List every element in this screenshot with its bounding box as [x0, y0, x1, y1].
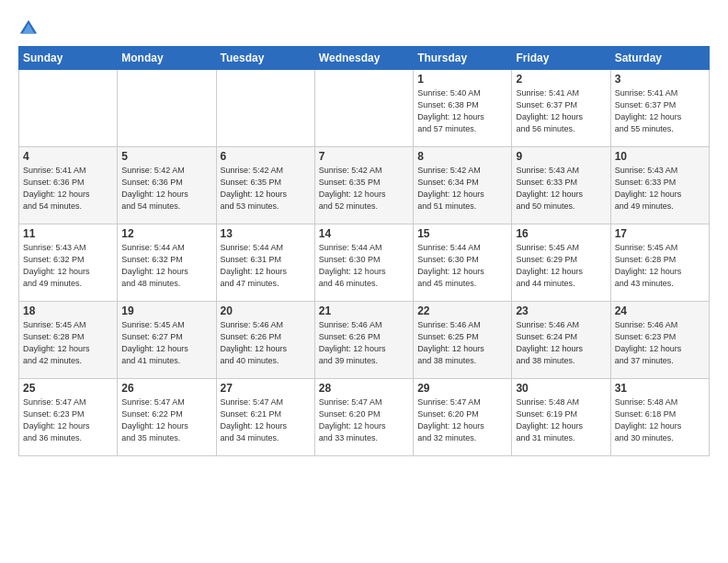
- day-info: Sunrise: 5:47 AM Sunset: 6:20 PM Dayligh…: [319, 396, 409, 444]
- calendar-header-saturday: Saturday: [610, 47, 709, 70]
- calendar-cell: [118, 70, 216, 147]
- calendar-week-row: 18Sunrise: 5:45 AM Sunset: 6:28 PM Dayli…: [19, 302, 710, 379]
- day-number: 28: [319, 382, 409, 395]
- calendar-cell: 16Sunrise: 5:45 AM Sunset: 6:29 PM Dayli…: [512, 224, 610, 302]
- day-info: Sunrise: 5:48 AM Sunset: 6:18 PM Dayligh…: [615, 396, 705, 444]
- calendar-cell: 19Sunrise: 5:45 AM Sunset: 6:27 PM Dayli…: [118, 302, 216, 379]
- day-number: 8: [417, 150, 507, 163]
- day-number: 14: [319, 227, 409, 240]
- calendar-cell: 14Sunrise: 5:44 AM Sunset: 6:30 PM Dayli…: [314, 224, 413, 302]
- day-info: Sunrise: 5:45 AM Sunset: 6:27 PM Dayligh…: [121, 319, 211, 367]
- calendar-cell: [19, 70, 118, 147]
- calendar-cell: 22Sunrise: 5:46 AM Sunset: 6:25 PM Dayli…: [414, 302, 512, 379]
- day-number: 19: [121, 304, 211, 317]
- day-info: Sunrise: 5:48 AM Sunset: 6:19 PM Dayligh…: [516, 396, 606, 444]
- day-info: Sunrise: 5:40 AM Sunset: 6:38 PM Dayligh…: [417, 87, 507, 135]
- day-number: 7: [319, 150, 409, 163]
- calendar-cell: 29Sunrise: 5:47 AM Sunset: 6:20 PM Dayli…: [414, 379, 512, 456]
- calendar-cell: 31Sunrise: 5:48 AM Sunset: 6:18 PM Dayli…: [610, 379, 709, 456]
- day-number: 2: [516, 73, 606, 86]
- day-number: 10: [615, 150, 705, 163]
- day-number: 25: [23, 382, 113, 395]
- calendar-cell: 21Sunrise: 5:46 AM Sunset: 6:26 PM Dayli…: [314, 302, 413, 379]
- calendar-cell: 23Sunrise: 5:46 AM Sunset: 6:24 PM Dayli…: [512, 302, 610, 379]
- day-info: Sunrise: 5:45 AM Sunset: 6:29 PM Dayligh…: [516, 242, 606, 290]
- calendar-cell: 4Sunrise: 5:41 AM Sunset: 6:36 PM Daylig…: [19, 147, 118, 224]
- calendar-week-row: 11Sunrise: 5:43 AM Sunset: 6:32 PM Dayli…: [19, 224, 710, 302]
- day-info: Sunrise: 5:47 AM Sunset: 6:22 PM Dayligh…: [121, 396, 211, 444]
- day-info: Sunrise: 5:46 AM Sunset: 6:24 PM Dayligh…: [516, 319, 606, 367]
- day-number: 21: [319, 304, 409, 317]
- calendar-cell: 5Sunrise: 5:42 AM Sunset: 6:36 PM Daylig…: [118, 147, 216, 224]
- logo-icon: [18, 18, 39, 39]
- day-info: Sunrise: 5:42 AM Sunset: 6:35 PM Dayligh…: [221, 165, 311, 213]
- day-number: 12: [121, 227, 211, 240]
- calendar-cell: 9Sunrise: 5:43 AM Sunset: 6:33 PM Daylig…: [512, 147, 610, 224]
- calendar-cell: 24Sunrise: 5:46 AM Sunset: 6:23 PM Dayli…: [610, 302, 709, 379]
- day-info: Sunrise: 5:41 AM Sunset: 6:37 PM Dayligh…: [516, 87, 606, 135]
- calendar-cell: 3Sunrise: 5:41 AM Sunset: 6:37 PM Daylig…: [610, 70, 709, 147]
- day-info: Sunrise: 5:41 AM Sunset: 6:37 PM Dayligh…: [615, 87, 705, 135]
- day-number: 4: [23, 150, 113, 163]
- calendar-cell: 28Sunrise: 5:47 AM Sunset: 6:20 PM Dayli…: [314, 379, 413, 456]
- calendar-cell: 7Sunrise: 5:42 AM Sunset: 6:35 PM Daylig…: [314, 147, 413, 224]
- calendar-header-sunday: Sunday: [19, 47, 118, 70]
- day-info: Sunrise: 5:46 AM Sunset: 6:26 PM Dayligh…: [221, 319, 311, 367]
- calendar-cell: 18Sunrise: 5:45 AM Sunset: 6:28 PM Dayli…: [19, 302, 118, 379]
- day-info: Sunrise: 5:43 AM Sunset: 6:33 PM Dayligh…: [615, 165, 705, 213]
- day-info: Sunrise: 5:43 AM Sunset: 6:32 PM Dayligh…: [23, 242, 113, 290]
- calendar-cell: 2Sunrise: 5:41 AM Sunset: 6:37 PM Daylig…: [512, 70, 610, 147]
- day-info: Sunrise: 5:45 AM Sunset: 6:28 PM Dayligh…: [615, 242, 705, 290]
- day-number: 24: [615, 304, 705, 317]
- calendar: SundayMondayTuesdayWednesdayThursdayFrid…: [18, 46, 710, 456]
- calendar-header-wednesday: Wednesday: [314, 47, 413, 70]
- day-number: 13: [221, 227, 311, 240]
- day-info: Sunrise: 5:44 AM Sunset: 6:31 PM Dayligh…: [221, 242, 311, 290]
- calendar-header-tuesday: Tuesday: [216, 47, 314, 70]
- calendar-cell: 20Sunrise: 5:46 AM Sunset: 6:26 PM Dayli…: [216, 302, 314, 379]
- day-number: 6: [221, 150, 311, 163]
- calendar-cell: 27Sunrise: 5:47 AM Sunset: 6:21 PM Dayli…: [216, 379, 314, 456]
- calendar-cell: 15Sunrise: 5:44 AM Sunset: 6:30 PM Dayli…: [414, 224, 512, 302]
- header: [18, 17, 710, 39]
- day-info: Sunrise: 5:47 AM Sunset: 6:21 PM Dayligh…: [221, 396, 311, 444]
- day-info: Sunrise: 5:47 AM Sunset: 6:23 PM Dayligh…: [23, 396, 113, 444]
- calendar-cell: 6Sunrise: 5:42 AM Sunset: 6:35 PM Daylig…: [216, 147, 314, 224]
- day-number: 22: [417, 304, 507, 317]
- calendar-cell: 13Sunrise: 5:44 AM Sunset: 6:31 PM Dayli…: [216, 224, 314, 302]
- day-number: 18: [23, 304, 113, 317]
- calendar-cell: 25Sunrise: 5:47 AM Sunset: 6:23 PM Dayli…: [19, 379, 118, 456]
- calendar-cell: 12Sunrise: 5:44 AM Sunset: 6:32 PM Dayli…: [118, 224, 216, 302]
- day-number: 31: [615, 382, 705, 395]
- day-info: Sunrise: 5:41 AM Sunset: 6:36 PM Dayligh…: [23, 165, 113, 213]
- calendar-cell: 11Sunrise: 5:43 AM Sunset: 6:32 PM Dayli…: [19, 224, 118, 302]
- day-number: 30: [516, 382, 606, 395]
- calendar-header-thursday: Thursday: [414, 47, 512, 70]
- day-number: 15: [417, 227, 507, 240]
- day-number: 20: [221, 304, 311, 317]
- day-number: 27: [221, 382, 311, 395]
- calendar-cell: 30Sunrise: 5:48 AM Sunset: 6:19 PM Dayli…: [512, 379, 610, 456]
- day-info: Sunrise: 5:46 AM Sunset: 6:25 PM Dayligh…: [417, 319, 507, 367]
- day-info: Sunrise: 5:44 AM Sunset: 6:30 PM Dayligh…: [319, 242, 409, 290]
- calendar-cell: [216, 70, 314, 147]
- calendar-cell: 8Sunrise: 5:42 AM Sunset: 6:34 PM Daylig…: [414, 147, 512, 224]
- logo: [18, 17, 42, 39]
- day-info: Sunrise: 5:42 AM Sunset: 6:34 PM Dayligh…: [417, 165, 507, 213]
- calendar-header-friday: Friday: [512, 47, 610, 70]
- day-info: Sunrise: 5:45 AM Sunset: 6:28 PM Dayligh…: [23, 319, 113, 367]
- calendar-cell: 10Sunrise: 5:43 AM Sunset: 6:33 PM Dayli…: [610, 147, 709, 224]
- day-number: 26: [121, 382, 211, 395]
- calendar-header-row: SundayMondayTuesdayWednesdayThursdayFrid…: [19, 47, 710, 70]
- page: SundayMondayTuesdayWednesdayThursdayFrid…: [0, 0, 728, 563]
- calendar-cell: 17Sunrise: 5:45 AM Sunset: 6:28 PM Dayli…: [610, 224, 709, 302]
- day-number: 17: [615, 227, 705, 240]
- calendar-cell: [314, 70, 413, 147]
- day-number: 9: [516, 150, 606, 163]
- calendar-header-monday: Monday: [118, 47, 216, 70]
- calendar-week-row: 1Sunrise: 5:40 AM Sunset: 6:38 PM Daylig…: [19, 70, 710, 147]
- day-number: 11: [23, 227, 113, 240]
- day-info: Sunrise: 5:42 AM Sunset: 6:36 PM Dayligh…: [121, 165, 211, 213]
- day-number: 3: [615, 73, 705, 86]
- day-info: Sunrise: 5:42 AM Sunset: 6:35 PM Dayligh…: [319, 165, 409, 213]
